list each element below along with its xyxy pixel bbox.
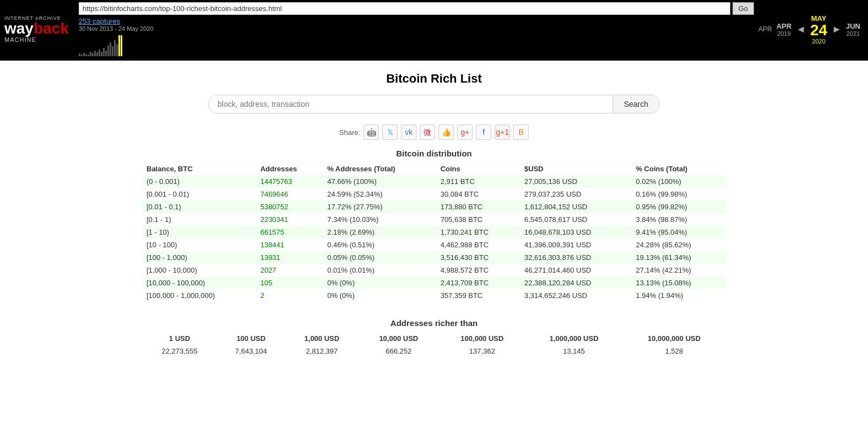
search-input[interactable]: [209, 95, 612, 113]
dist-cell: 22,388,120,284 USD: [520, 277, 631, 289]
bar: [103, 48, 105, 56]
richer-table: 1 USD100 USD1,000 USD10,000 USD100,000 U…: [142, 332, 726, 357]
dist-cell: 13.13% (15.08%): [631, 277, 726, 289]
col-coins: Coins: [436, 162, 520, 175]
richer-value-cell: 1,528: [622, 345, 726, 357]
dist-cell: 6,545,078,617 USD: [520, 213, 631, 226]
calendar-area: APR APR 2019 ◄ MAY 24 2020 ► JUN 2021: [758, 14, 864, 45]
bar: [110, 42, 111, 56]
col-pct-addr: % Addresses (Total): [323, 162, 436, 175]
bar: [90, 52, 91, 56]
share-label: Share:: [339, 128, 360, 137]
col-addresses: Addresses: [256, 162, 323, 175]
dist-cell: 2027: [256, 264, 323, 277]
dist-row: [10 - 100)1384410.46% (0.51%)4,462,988 B…: [142, 239, 726, 251]
richer-value-row: 22,273,5557,643,1042,812,397666,252137,3…: [142, 345, 726, 357]
main-content: Bitcoin Rich List Search Share: 🤖 𝕏 vk 微…: [131, 61, 737, 368]
gplus-icon[interactable]: g+: [457, 124, 473, 140]
reddit-icon[interactable]: 🤖: [364, 124, 379, 140]
richer-section: Addresses richer than 1 USD100 USD1,000 …: [142, 318, 726, 357]
url-input[interactable]: [79, 2, 730, 15]
captures-date: 30 Nov 2013 - 24 May 2020: [79, 25, 754, 32]
richer-header-cell: 10,000 USD: [359, 332, 439, 345]
weibo-icon[interactable]: 微: [420, 124, 435, 140]
like-icon[interactable]: 👍: [438, 124, 454, 140]
dist-cell: 0.05% (0.05%): [323, 251, 436, 264]
left-arrow[interactable]: ◄: [796, 24, 806, 35]
dist-cell: 30,084 BTC: [436, 188, 520, 200]
richer-title: Addresses richer than: [142, 318, 726, 328]
search-button[interactable]: Search: [612, 95, 659, 113]
dist-cell: 4,462,988 BTC: [436, 239, 520, 251]
dist-cell: 4,988,572 BTC: [436, 264, 520, 277]
dist-cell: 1,730,241 BTC: [436, 226, 520, 239]
bar: [99, 50, 100, 56]
cal-month-apr[interactable]: APR 2019: [773, 22, 795, 37]
dist-cell: [100,000 - 1,000,000): [142, 289, 256, 302]
timeline-area: [79, 34, 754, 56]
dist-row: [1 - 10)6615752.18% (2.69%)1,730,241 BTC…: [142, 226, 726, 239]
dist-cell: 173,880 BTC: [436, 200, 520, 213]
dist-cell: 357,359 BTC: [436, 289, 520, 302]
bar: [101, 52, 102, 56]
distribution-title: Bitcoin distribution: [142, 149, 726, 158]
richer-value-cell: 666,252: [359, 345, 439, 357]
dist-row: (0 - 0.001)1447576347.66% (100%)2,911 BT…: [142, 175, 726, 188]
url-bar-area: Go 253 captures 30 Nov 2013 - 24 May 202…: [79, 2, 754, 56]
dist-cell: 2.18% (2.69%): [323, 226, 436, 239]
dist-cell: 27.14% (42.21%): [631, 264, 726, 277]
facebook-icon[interactable]: f: [476, 124, 491, 140]
dist-cell: 2,413,709 BTC: [436, 277, 520, 289]
cal-month-jun[interactable]: JUN 2021: [843, 22, 864, 37]
dist-cell: 0.01% (0.01%): [323, 264, 436, 277]
bar: [105, 51, 107, 56]
apr-month-name: APR: [777, 22, 791, 30]
bar: [96, 52, 98, 56]
bar: [81, 55, 83, 56]
dist-row: [0.01 - 0.1)538075217.72% (27.75%)173,88…: [142, 200, 726, 213]
dist-cell: 7469646: [256, 188, 323, 200]
dist-cell: 2: [256, 289, 323, 302]
blogger-icon[interactable]: B: [513, 124, 529, 140]
dist-row: [0.001 - 0.01)746964624.59% (52.34%)30,0…: [142, 188, 726, 200]
go-button[interactable]: Go: [733, 2, 754, 15]
captures-info: 253 captures 30 Nov 2013 - 24 May 2020: [79, 17, 754, 32]
wayback-brand: wayback: [4, 21, 69, 36]
timeline-bars: [79, 34, 754, 56]
dist-cell: 0.95% (99.82%): [631, 200, 726, 213]
jun-year: 2021: [847, 30, 860, 37]
captures-link[interactable]: 253 captures: [79, 17, 754, 25]
distribution-tbody: (0 - 0.001)1447576347.66% (100%)2,911 BT…: [142, 175, 726, 302]
dist-cell: 2,911 BTC: [436, 175, 520, 188]
richer-header-cell: 100 USD: [217, 332, 285, 345]
right-arrow[interactable]: ►: [832, 24, 842, 35]
dist-cell: [10,000 - 100,000): [142, 277, 256, 289]
dist-cell: 3,516,430 BTC: [436, 251, 520, 264]
may-day: 24: [810, 23, 827, 38]
dist-cell: [10 - 100): [142, 239, 256, 251]
distribution-table: Balance, BTC Addresses % Addresses (Tota…: [142, 162, 726, 302]
dist-cell: 14475763: [256, 175, 323, 188]
richer-header-cell: 100,000 USD: [439, 332, 526, 345]
cal-month-may[interactable]: MAY 24 2020: [807, 14, 831, 45]
may-year: 2020: [812, 38, 825, 45]
bar-highlight: [118, 35, 120, 56]
dist-row: [10,000 - 100,000)1050% (0%)2,413,709 BT…: [142, 277, 726, 289]
twitter-icon[interactable]: 𝕏: [382, 124, 398, 140]
dist-cell: 138441: [256, 239, 323, 251]
dist-row: [100,000 - 1,000,000)20% (0%)357,359 BTC…: [142, 289, 726, 302]
bar: [85, 54, 87, 56]
vk-icon[interactable]: vk: [401, 124, 416, 140]
dist-cell: 3.84% (98.87%): [631, 213, 726, 226]
dist-cell: 7.34% (10.03%): [323, 213, 436, 226]
search-bar: Search: [208, 95, 660, 113]
prev-arrow[interactable]: APR: [758, 25, 772, 33]
gplusone-icon[interactable]: g+1: [495, 124, 510, 140]
machine-text: Machine: [4, 36, 36, 43]
share-bar: Share: 🤖 𝕏 vk 微 👍 g+ f g+1 B: [142, 124, 726, 140]
dist-cell: 47.66% (100%): [323, 175, 436, 188]
richer-value-cell: 7,643,104: [217, 345, 285, 357]
bar: [112, 46, 113, 56]
dist-cell: 3,314,652,246 USD: [520, 289, 631, 302]
dist-cell: [100 - 1,000): [142, 251, 256, 264]
